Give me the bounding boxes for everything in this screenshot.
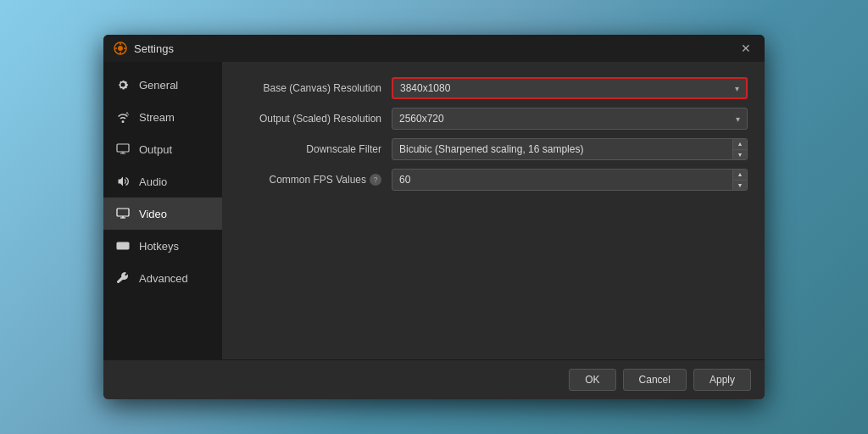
fps-row: Common FPS Values ? 60 ▲ ▼ xyxy=(239,169,748,191)
downscale-filter-spinner: ▲ ▼ xyxy=(733,138,748,160)
keyboard-icon xyxy=(115,238,131,253)
sidebar-label-stream: Stream xyxy=(139,111,175,124)
speaker-icon xyxy=(115,174,131,189)
video-settings-panel: Base (Canvas) Resolution 3840x1080 ▾ Out… xyxy=(222,62,765,359)
fps-up[interactable]: ▲ xyxy=(733,170,747,180)
cancel-button[interactable]: Cancel xyxy=(623,369,687,391)
fps-label-container: Common FPS Values ? xyxy=(239,174,392,186)
gear-icon xyxy=(115,77,131,92)
output-resolution-chevron: ▾ xyxy=(736,114,740,124)
sidebar-label-general: General xyxy=(139,79,178,92)
downscale-filter-down[interactable]: ▼ xyxy=(733,149,747,160)
app-icon xyxy=(114,42,127,55)
sidebar-item-video[interactable]: Video xyxy=(103,198,222,230)
sidebar-label-output: Output xyxy=(139,143,172,156)
sidebar-item-stream[interactable]: A Stream xyxy=(103,101,222,133)
downscale-filter-row: Downscale Filter Bicubic (Sharpened scal… xyxy=(239,138,748,160)
output-resolution-label: Output (Scaled) Resolution xyxy=(239,113,392,125)
downscale-filter-value: Bicubic (Sharpened scaling, 16 samples) xyxy=(392,138,733,160)
fps-spinner: ▲ ▼ xyxy=(733,169,748,191)
sidebar-label-video: Video xyxy=(139,208,167,220)
output-resolution-row: Output (Scaled) Resolution 2560x720 ▾ xyxy=(239,108,748,130)
dialog-title: Settings xyxy=(134,42,737,55)
sidebar: General A Stream xyxy=(103,62,222,359)
apply-button[interactable]: Apply xyxy=(693,369,751,391)
fps-down[interactable]: ▼ xyxy=(733,180,747,191)
sidebar-item-output[interactable]: Output xyxy=(103,133,222,165)
base-resolution-chevron: ▾ xyxy=(735,84,739,93)
sidebar-item-general[interactable]: General xyxy=(103,69,222,101)
downscale-filter-control: Bicubic (Sharpened scaling, 16 samples) … xyxy=(392,138,748,160)
svg-point-1 xyxy=(118,46,123,51)
sidebar-label-audio: Audio xyxy=(139,175,167,188)
base-resolution-value: 3840x1080 xyxy=(400,82,732,94)
sidebar-item-audio[interactable]: Audio xyxy=(103,165,222,198)
downscale-filter-label: Downscale Filter xyxy=(239,143,392,155)
monitor-icon xyxy=(115,206,131,221)
fps-control: 60 ▲ ▼ xyxy=(392,169,748,191)
wrench-icon xyxy=(115,270,131,286)
fps-label-text: Common FPS Values xyxy=(270,174,367,186)
sidebar-label-hotkeys: Hotkeys xyxy=(139,240,179,253)
sidebar-item-hotkeys[interactable]: Hotkeys xyxy=(103,230,222,262)
sidebar-label-advanced: Advanced xyxy=(139,272,188,285)
ok-button[interactable]: OK xyxy=(569,369,615,391)
dialog-body: General A Stream xyxy=(103,62,765,359)
fps-help-icon[interactable]: ? xyxy=(370,174,381,186)
sidebar-item-advanced[interactable]: Advanced xyxy=(103,262,222,294)
downscale-filter-up[interactable]: ▲ xyxy=(733,139,747,149)
svg-text:A: A xyxy=(125,111,129,116)
output-resolution-value: 2560x720 xyxy=(399,113,732,125)
wifi-icon: A xyxy=(115,109,131,125)
title-bar: Settings ✕ xyxy=(103,35,765,62)
output-resolution-dropdown[interactable]: 2560x720 ▾ xyxy=(392,108,748,130)
fps-value: 60 xyxy=(392,169,733,191)
base-resolution-row: Base (Canvas) Resolution 3840x1080 ▾ xyxy=(239,77,748,99)
base-resolution-label: Base (Canvas) Resolution xyxy=(239,82,392,94)
svg-rect-7 xyxy=(117,144,129,152)
output-icon xyxy=(115,142,131,157)
dialog-footer: OK Cancel Apply xyxy=(103,359,765,399)
base-resolution-dropdown[interactable]: 3840x1080 ▾ xyxy=(392,77,748,99)
close-button[interactable]: ✕ xyxy=(737,40,754,57)
svg-rect-10 xyxy=(117,209,129,216)
settings-dialog: Settings ✕ General A xyxy=(103,35,765,399)
